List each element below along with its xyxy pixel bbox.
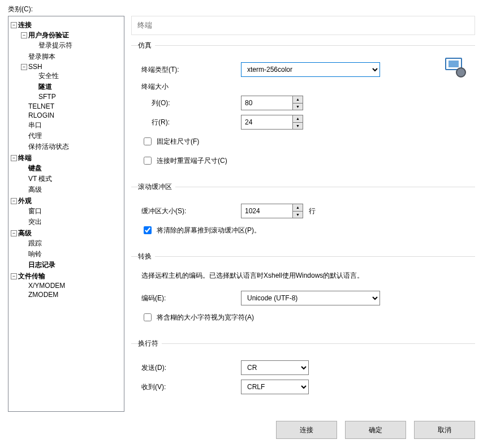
tree-label: 跟踪 — [28, 239, 42, 248]
spin-down-icon[interactable]: ▼ — [293, 123, 303, 130]
tree-label: TELNET — [28, 102, 54, 110]
tree-label: 保持活动状态 — [28, 142, 69, 152]
ok-button[interactable]: 确定 — [345, 421, 406, 439]
terminal-type-select[interactable]: xterm-256color — [241, 62, 380, 77]
tree-item-serial[interactable]: 串口 — [21, 120, 122, 130]
buffer-size-spinner[interactable]: ▲▼ — [241, 204, 303, 218]
tree-item-tunnel[interactable]: 隧道 — [31, 82, 122, 92]
tree-label: 用户身份验证 — [28, 31, 69, 40]
tree-item-rlogin[interactable]: RLOGIN — [21, 111, 122, 119]
collapse-icon[interactable]: − — [11, 22, 17, 28]
collapse-icon[interactable]: − — [21, 32, 27, 38]
tree-item-file-transfer[interactable]: − 文件传输 — [11, 272, 122, 281]
tree-item-logging[interactable]: 日志记录 — [21, 260, 122, 270]
columns-label: 列(O): — [141, 98, 241, 108]
columns-spinner[interactable]: ▲▼ — [241, 96, 303, 110]
tree-item-window[interactable]: 窗口 — [21, 206, 122, 216]
tree-label: 串口 — [28, 120, 42, 130]
connect-button[interactable]: 连接 — [276, 421, 337, 439]
cancel-button[interactable]: 取消 — [414, 421, 475, 439]
tree-label: 隧道 — [38, 82, 52, 92]
tree-label: SFTP — [38, 93, 56, 101]
tree-item-connection[interactable]: − 连接 — [11, 20, 122, 30]
rows-input[interactable] — [241, 115, 292, 129]
recv-select[interactable]: CRLF — [241, 380, 309, 394]
tree-item-terminal[interactable]: − 终端 — [11, 153, 122, 163]
tree-item-proxy[interactable]: 代理 — [21, 131, 122, 141]
settings-panel: 终端 仿真 终端类型(T): xterm-256color 终端大小 列(O):… — [131, 16, 475, 408]
tree-label: 连接 — [18, 20, 32, 30]
tree-item-xymodem[interactable]: X/YMODEM — [21, 282, 122, 290]
buffer-size-label: 缓冲区大小(S): — [141, 206, 241, 216]
fixed-columns-checkbox[interactable] — [144, 137, 152, 145]
panel-title: 终端 — [131, 16, 475, 35]
spin-up-icon[interactable]: ▲ — [293, 204, 303, 212]
group-legend: 仿真 — [138, 41, 155, 50]
buffer-size-input[interactable] — [241, 204, 292, 218]
collapse-icon[interactable]: − — [11, 198, 17, 204]
encoding-select[interactable]: Unicode (UTF-8) — [241, 291, 380, 305]
reset-size-label: 连接时重置端子尺寸(C) — [157, 156, 227, 166]
tree-item-login-prompt[interactable]: 登录提示符 — [31, 41, 122, 50]
tree-item-sftp[interactable]: SFTP — [31, 93, 122, 101]
tree-item-ssh[interactable]: − SSH — [21, 63, 122, 71]
tree-item-telnet[interactable]: TELNET — [21, 102, 122, 110]
tree-label: 安全性 — [38, 71, 59, 81]
category-label: 类别(C): — [8, 5, 33, 14]
tree-label: 高级 — [28, 185, 42, 195]
tree-label: SSH — [28, 63, 42, 71]
encoding-label: 编码(E): — [141, 294, 241, 303]
ambiguous-wide-label: 将含糊的大小字符视为宽字符(A) — [157, 313, 254, 322]
spin-up-icon[interactable]: ▲ — [293, 115, 303, 123]
send-label: 发送(D): — [141, 363, 241, 373]
recv-label: 收到(V): — [141, 382, 241, 392]
spin-down-icon[interactable]: ▼ — [293, 104, 303, 110]
columns-input[interactable] — [241, 96, 292, 110]
dialog-buttons: 连接 确定 取消 — [276, 421, 475, 439]
tree-item-keyboard[interactable]: 键盘 — [21, 163, 122, 173]
tree-label: 突出 — [28, 217, 42, 227]
collapse-icon[interactable]: − — [21, 64, 27, 70]
terminal-type-label: 终端类型(T): — [141, 65, 241, 75]
tree-label: VT 模式 — [28, 174, 52, 184]
tree-label: 代理 — [28, 131, 42, 141]
spin-down-icon[interactable]: ▼ — [293, 212, 303, 218]
reset-size-checkbox[interactable] — [144, 157, 152, 165]
tree-label: 响铃 — [28, 249, 42, 259]
tree-item-auth[interactable]: − 用户身份验证 — [21, 31, 122, 40]
group-newline: 换行符 发送(D): CR 收到(V): CRLF — [131, 339, 475, 400]
translation-desc: 选择远程主机的编码。已选择默认语言时Xshell使用Windows的默认语言。 — [141, 270, 469, 281]
collapse-icon[interactable]: − — [11, 230, 17, 236]
ambiguous-wide-checkbox[interactable] — [144, 313, 152, 321]
tree-label: 登录脚本 — [28, 52, 55, 62]
group-emulation: 仿真 终端类型(T): xterm-256color 终端大小 列(O): ▲▼… — [131, 41, 475, 174]
tree-label: 窗口 — [28, 206, 42, 216]
tree-label: 外观 — [18, 196, 32, 206]
group-translation: 转换 选择远程主机的编码。已选择默认语言时Xshell使用Windows的默认语… — [131, 252, 475, 331]
group-legend: 转换 — [138, 252, 155, 261]
send-select[interactable]: CR — [241, 360, 309, 375]
tree-item-security[interactable]: 安全性 — [31, 71, 122, 81]
tree-item-vtmode[interactable]: VT 模式 — [21, 174, 122, 184]
group-scrollback: 滚动缓冲区 缓冲区大小(S): ▲▼ 行 将清除的屏幕推到滚动缓冲区(P)。 — [131, 182, 475, 244]
tree-label: RLOGIN — [28, 111, 54, 119]
tree-item-zmodem[interactable]: ZMODEM — [21, 291, 122, 299]
tree-label: X/YMODEM — [28, 282, 65, 290]
tree-item-login-script[interactable]: 登录脚本 — [21, 52, 122, 62]
spin-up-icon[interactable]: ▲ — [293, 96, 303, 104]
collapse-icon[interactable]: − — [11, 155, 17, 161]
tree-item-highlight[interactable]: 突出 — [21, 217, 122, 227]
buffer-unit: 行 — [309, 206, 316, 216]
push-cleared-checkbox[interactable] — [144, 226, 152, 234]
group-legend: 换行符 — [138, 339, 162, 348]
tree-item-advanced-term[interactable]: 高级 — [21, 185, 122, 195]
tree-item-bell[interactable]: 响铃 — [21, 249, 122, 259]
tree-item-trace[interactable]: 跟踪 — [21, 239, 122, 248]
tree-item-advanced[interactable]: − 高级 — [11, 229, 122, 238]
tree-item-keepalive[interactable]: 保持活动状态 — [21, 142, 122, 152]
tree-item-appearance[interactable]: − 外观 — [11, 196, 122, 206]
category-tree[interactable]: − 连接 − 用户身份验证 登录提示符 登录脚本 − S — [8, 16, 124, 412]
tree-label: 高级 — [18, 229, 32, 238]
collapse-icon[interactable]: − — [11, 273, 17, 279]
rows-spinner[interactable]: ▲▼ — [241, 115, 303, 130]
